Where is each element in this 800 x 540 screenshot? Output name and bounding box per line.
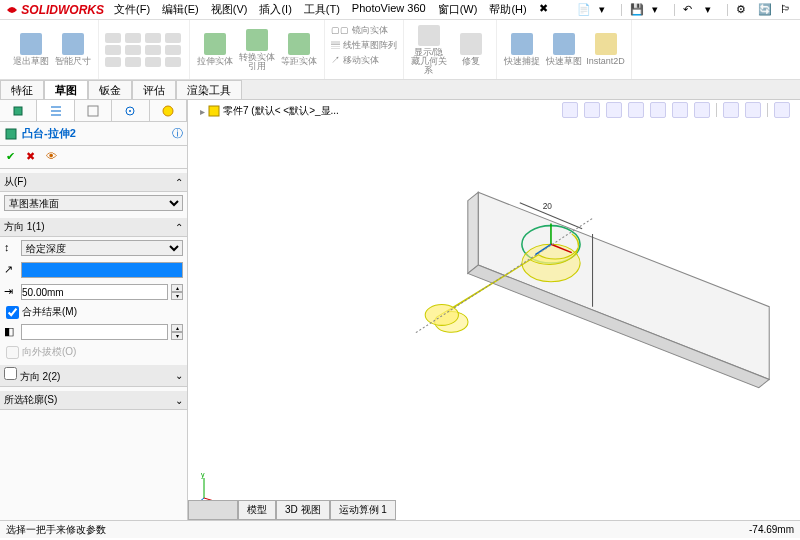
exit-sketch-button[interactable]: 退出草图 [12,25,50,75]
tree-icon [87,105,99,117]
tab-model[interactable]: 模型 [238,500,276,520]
merge-result-checkbox[interactable]: 合并结果(M) [6,306,77,317]
rect-icon[interactable] [105,45,121,55]
rapid-sketch-button[interactable]: 快速草图 [545,25,583,75]
from-section-header[interactable]: 从(F)⌃ [0,173,187,192]
depth-up[interactable]: ▴ [171,284,183,292]
menu-file[interactable]: 文件(F) [114,2,150,17]
instant2d-button[interactable]: Instant2D [587,25,625,75]
view-orientation-icon[interactable] [650,102,666,118]
tab-motion-study[interactable]: 运动算例 1 [330,500,396,520]
rebuild-icon[interactable]: ▾ [705,3,719,17]
smart-dimension-button[interactable]: 智能尺寸 [54,25,92,75]
tab-3dview[interactable]: 3D 视图 [276,500,330,520]
slot-icon[interactable] [125,45,141,55]
menu-view[interactable]: 视图(V) [211,2,248,17]
convert-entity-button[interactable]: 转换实体引用 [238,25,276,75]
quick-snap-button[interactable]: 快速捕捉 [503,25,541,75]
separator [716,103,717,117]
open-icon[interactable]: ▾ [599,3,613,17]
draft-icon[interactable]: ◧ [4,325,18,339]
contours-header[interactable]: 所选轮廓(S)⌄ [0,391,187,410]
property-manager-tab[interactable] [37,100,74,121]
direction1-header[interactable]: 方向 1(1)⌃ [0,218,187,237]
polygon-icon[interactable] [145,45,161,55]
dimxpert-tab[interactable] [112,100,149,121]
undo-icon[interactable]: ↶ [683,3,697,17]
display-tab[interactable] [150,100,187,121]
direction-input[interactable] [21,262,183,278]
show-relations-button[interactable]: 显示/隐藏几何关系 [410,25,448,75]
refresh-icon[interactable]: 🔄 [758,3,772,17]
menu-help[interactable]: 帮助(H) [489,2,526,17]
menu-edit[interactable]: 编辑(E) [162,2,199,17]
breadcrumb[interactable]: ▸ 零件7 (默认< <默认>_显... [200,104,339,118]
mirror-entities-button[interactable]: ▢▢ 镜向实体 [331,24,388,37]
command-ribbon: 退出草图 智能尺寸 拉伸实体 转换实体引用 等距实体 ▢▢ 镜向实体 ▤ 线性草… [0,20,800,80]
ellipse-icon[interactable] [125,57,141,67]
separator [674,4,675,16]
circle-icon[interactable] [125,33,141,43]
arc-icon[interactable] [145,33,161,43]
spline-icon[interactable] [165,33,181,43]
scene-icon[interactable] [745,102,761,118]
prev-view-icon[interactable] [606,102,622,118]
help-icon[interactable]: ⓘ [172,126,183,141]
cancel-button[interactable]: ✖ [26,150,40,164]
tab-sketch[interactable]: 草图 [44,80,88,99]
menu-photoview[interactable]: PhotoView 360 [352,2,426,17]
direction2-checkbox[interactable] [4,367,17,380]
tab-blank[interactable] [188,500,238,520]
end-condition-dropdown[interactable]: 给定深度 [21,240,183,256]
tab-evaluate[interactable]: 评估 [132,80,176,99]
config-tab[interactable] [75,100,112,121]
ok-button[interactable]: ✔ [6,150,20,164]
menu-window[interactable]: 窗口(W) [438,2,478,17]
extrude-entity-button[interactable]: 拉伸实体 [196,25,234,75]
direction-vector-icon[interactable]: ↗ [4,263,18,277]
tab-render[interactable]: 渲染工具 [176,80,242,99]
view-settings-icon[interactable] [774,102,790,118]
line-icon[interactable] [105,33,121,43]
linear-pattern-button[interactable]: ▤ 线性草图阵列 [331,39,397,52]
move-entities-button[interactable]: ↗ 移动实体 [331,54,379,67]
feature-tree-tab[interactable] [0,100,37,121]
feature-title: 凸台-拉伸2 [22,126,76,141]
draft-down[interactable]: ▾ [171,332,183,340]
preview-button[interactable]: 👁 [46,150,60,164]
zoom-fit-icon[interactable] [562,102,578,118]
display-style-icon[interactable] [672,102,688,118]
direction2-header[interactable]: 方向 2(2)⌄ [0,365,187,387]
offset-entity-button[interactable]: 等距实体 [280,25,318,75]
draft-input[interactable] [21,324,168,340]
trim-icon[interactable] [165,57,181,67]
from-dropdown[interactable]: 草图基准面 [4,195,183,211]
options-icon[interactable]: ⚙ [736,3,750,17]
flag-icon[interactable]: 🏳 [780,3,794,17]
section-view-icon[interactable] [628,102,644,118]
menu-insert[interactable]: 插入(I) [259,2,291,17]
svg-marker-8 [468,192,478,273]
graphics-viewport[interactable]: ▸ 零件7 (默认< <默认>_显... [188,100,800,520]
svg-text:20: 20 [543,201,553,211]
print-icon[interactable]: ▾ [652,3,666,17]
zoom-area-icon[interactable] [584,102,600,118]
hide-show-icon[interactable] [694,102,710,118]
tab-features[interactable]: 特征 [0,80,44,99]
menu-pin-icon[interactable]: ✖ [539,2,548,17]
menu-tools[interactable]: 工具(T) [304,2,340,17]
chevron-right-icon: ▸ [200,106,205,117]
fix-button[interactable]: 修复 [452,25,490,75]
appearance-icon[interactable] [723,102,739,118]
breadcrumb-part[interactable]: 零件7 (默认< <默认>_显... [223,104,339,118]
point-icon[interactable] [165,45,181,55]
save-icon[interactable]: 💾 [630,3,644,17]
draft-up[interactable]: ▴ [171,324,183,332]
reverse-direction-icon[interactable]: ↕ [4,241,18,255]
depth-input[interactable] [21,284,168,300]
tab-sheetmetal[interactable]: 钣金 [88,80,132,99]
fillet-icon[interactable] [145,57,161,67]
depth-down[interactable]: ▾ [171,292,183,300]
text-icon[interactable] [105,57,121,67]
new-icon[interactable]: 📄 [577,3,591,17]
